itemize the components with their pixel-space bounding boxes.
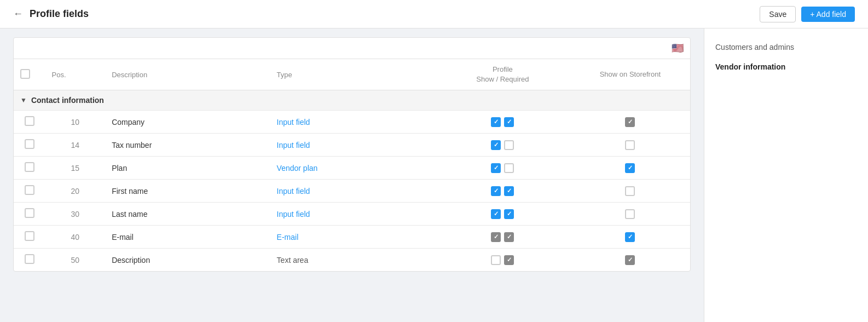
- row-type: Text area: [270, 249, 435, 272]
- row-storefront-checkbox: [570, 203, 690, 226]
- row-storefront-checkbox: ✓: [570, 157, 690, 180]
- table-row: 10 Company Input field ✓ ✓ ✓: [14, 111, 690, 134]
- row-description: Last name: [105, 203, 270, 226]
- table-row: 15 Plan Vendor plan ✓ ✓: [14, 157, 690, 180]
- back-icon: ←: [13, 8, 23, 20]
- row-checkbox-cell: [14, 249, 45, 272]
- storefront-checkbox[interactable]: ✓: [625, 117, 635, 127]
- profile-show-checkbox[interactable]: ✓: [491, 186, 501, 196]
- storefront-checkbox[interactable]: [625, 140, 635, 150]
- row-profile-checkboxes: ✓: [435, 157, 570, 180]
- storefront-checkbox[interactable]: [625, 186, 635, 196]
- row-type: Input field: [270, 111, 435, 134]
- col-header-type: Type: [270, 59, 435, 90]
- profile-required-checkbox[interactable]: [504, 140, 514, 150]
- row-type: Vendor plan: [270, 157, 435, 180]
- row-select-checkbox[interactable]: [25, 116, 34, 126]
- save-button[interactable]: Save: [760, 6, 796, 22]
- row-storefront-checkbox: [570, 134, 690, 157]
- row-pos: 10: [45, 111, 106, 134]
- profile-fields-table: Pos. Description Type Profile Show / Req…: [14, 59, 690, 271]
- table-container: 🇺🇸 Pos. Description Type P: [13, 37, 691, 272]
- row-select-checkbox[interactable]: [25, 254, 34, 264]
- table-row: 50 Description Text area ✓ ✓: [14, 249, 690, 272]
- page-title: Profile fields: [30, 8, 89, 20]
- row-checkbox-cell: [14, 203, 45, 226]
- row-storefront-checkbox: ✓: [570, 249, 690, 272]
- row-description: E-mail: [105, 226, 270, 249]
- profile-required-checkbox[interactable]: ✓: [504, 232, 514, 242]
- row-storefront-checkbox: ✓: [570, 226, 690, 249]
- profile-show-checkbox[interactable]: ✓: [491, 163, 501, 173]
- row-storefront-checkbox: [570, 180, 690, 203]
- back-button[interactable]: ←: [13, 8, 23, 20]
- row-profile-checkboxes: ✓ ✓: [435, 203, 570, 226]
- row-pos: 15: [45, 157, 106, 180]
- row-type: E-mail: [270, 226, 435, 249]
- row-pos: 40: [45, 226, 106, 249]
- row-pos: 50: [45, 249, 106, 272]
- col-header-description: Description: [105, 59, 270, 90]
- sidebar: Customers and admins Vendor information: [704, 28, 868, 322]
- select-all-checkbox[interactable]: [20, 69, 30, 79]
- table-row: 40 E-mail E-mail ✓ ✓ ✓: [14, 226, 690, 249]
- profile-show-checkbox[interactable]: [491, 255, 501, 265]
- row-profile-checkboxes: ✓: [435, 249, 570, 272]
- row-pos: 14: [45, 134, 106, 157]
- row-type: Input field: [270, 180, 435, 203]
- row-profile-checkboxes: ✓ ✓: [435, 226, 570, 249]
- row-description: Description: [105, 249, 270, 272]
- row-select-checkbox[interactable]: [25, 231, 34, 241]
- col-header-pos: Pos.: [45, 59, 106, 90]
- row-select-checkbox[interactable]: [25, 162, 34, 172]
- row-description: Plan: [105, 157, 270, 180]
- content-area: 🇺🇸 Pos. Description Type P: [0, 28, 868, 322]
- row-profile-checkboxes: ✓ ✓: [435, 180, 570, 203]
- table-row: 30 Last name Input field ✓ ✓: [14, 203, 690, 226]
- sidebar-item-customers-admins[interactable]: Customers and admins: [704, 37, 868, 57]
- col-header-profile: Profile Show / Required: [435, 59, 570, 90]
- profile-required-checkbox[interactable]: [504, 163, 514, 173]
- row-checkbox-cell: [14, 134, 45, 157]
- profile-required-checkbox[interactable]: ✓: [504, 255, 514, 265]
- sidebar-item-vendor-information[interactable]: Vendor information: [704, 57, 868, 77]
- storefront-checkbox[interactable]: [625, 209, 635, 219]
- storefront-checkbox[interactable]: ✓: [625, 163, 635, 173]
- row-select-checkbox[interactable]: [25, 139, 34, 149]
- page-header: ← Profile fields Save + Add field: [0, 0, 868, 28]
- profile-required-checkbox[interactable]: ✓: [504, 186, 514, 196]
- section-toggle-icon[interactable]: ▼: [20, 96, 27, 104]
- row-pos: 20: [45, 180, 106, 203]
- profile-required-checkbox[interactable]: ✓: [504, 209, 514, 219]
- profile-show-checkbox[interactable]: ✓: [491, 117, 501, 127]
- table-row: 20 First name Input field ✓ ✓: [14, 180, 690, 203]
- row-description: Tax number: [105, 134, 270, 157]
- profile-show-checkbox[interactable]: ✓: [491, 140, 501, 150]
- row-description: Company: [105, 111, 270, 134]
- profile-show-checkbox[interactable]: ✓: [491, 209, 501, 219]
- section-header-row: ▼ Contact information: [14, 90, 690, 111]
- row-description: First name: [105, 180, 270, 203]
- row-pos: 30: [45, 203, 106, 226]
- profile-show-checkbox[interactable]: ✓: [491, 232, 501, 242]
- storefront-checkbox[interactable]: ✓: [625, 255, 635, 265]
- row-checkbox-cell: [14, 226, 45, 249]
- row-storefront-checkbox: ✓: [570, 111, 690, 134]
- row-profile-checkboxes: ✓: [435, 134, 570, 157]
- storefront-checkbox[interactable]: ✓: [625, 232, 635, 242]
- row-checkbox-cell: [14, 157, 45, 180]
- section-label: Contact information: [31, 96, 104, 105]
- profile-required-checkbox[interactable]: ✓: [504, 117, 514, 127]
- row-select-checkbox[interactable]: [25, 185, 34, 195]
- table-toolbar: 🇺🇸: [14, 38, 690, 59]
- row-checkbox-cell: [14, 180, 45, 203]
- table-row: 14 Tax number Input field ✓: [14, 134, 690, 157]
- language-flag-icon[interactable]: 🇺🇸: [672, 42, 684, 54]
- row-type: Input field: [270, 134, 435, 157]
- row-type: Input field: [270, 203, 435, 226]
- main-content: 🇺🇸 Pos. Description Type P: [0, 28, 704, 322]
- row-profile-checkboxes: ✓ ✓: [435, 111, 570, 134]
- add-field-button[interactable]: + Add field: [801, 7, 855, 22]
- col-header-storefront: Show on Storefront: [570, 59, 690, 90]
- row-select-checkbox[interactable]: [25, 208, 34, 218]
